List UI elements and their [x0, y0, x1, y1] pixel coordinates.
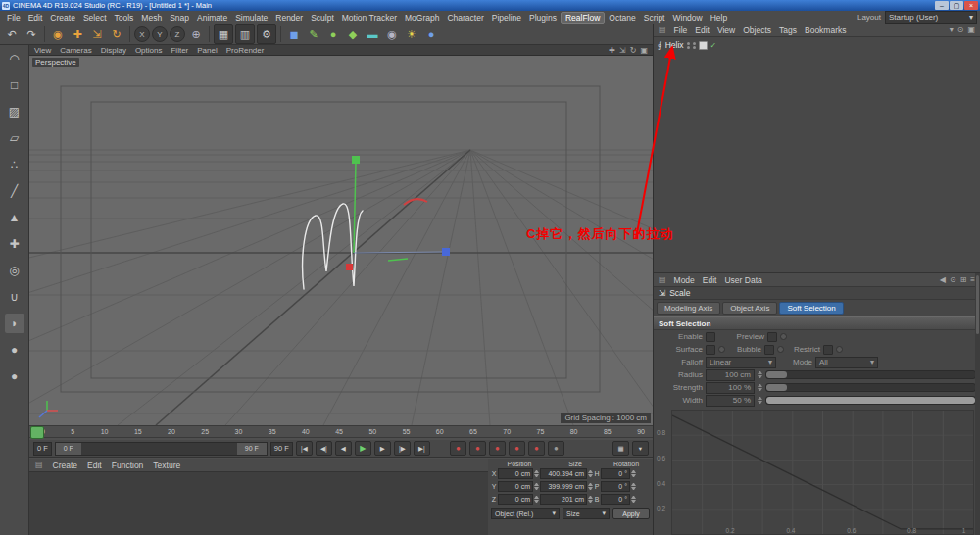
floor-button[interactable]: ▬: [364, 25, 381, 43]
close-button[interactable]: ×: [964, 1, 978, 10]
om-menu-bookmarks[interactable]: Bookmarks: [805, 25, 847, 35]
search-icon[interactable]: ⊙: [957, 25, 964, 34]
end-frame-field[interactable]: 90 F: [270, 442, 293, 456]
edges-mode-button[interactable]: ╱: [5, 181, 24, 201]
minimize-button[interactable]: –: [935, 1, 949, 10]
keyframe-selection-button[interactable]: ▦: [612, 441, 629, 456]
toggle-views-icon[interactable]: ▣: [640, 46, 648, 55]
menu-character[interactable]: Character: [443, 13, 487, 23]
position-y-field[interactable]: 0 cm: [498, 481, 533, 492]
position-z-field[interactable]: 0 cm: [498, 494, 533, 505]
object-manager-tree[interactable]: ∮ Helix ✓: [654, 37, 980, 273]
menu-window[interactable]: Window: [668, 13, 706, 23]
range-start-grip[interactable]: 0 F: [56, 443, 81, 455]
radius-slider[interactable]: [765, 370, 976, 379]
undo-button[interactable]: ↶: [3, 25, 21, 43]
make-editable-button[interactable]: ◠: [5, 49, 24, 69]
editor-visibility-dots-icon[interactable]: [687, 42, 690, 49]
width-field[interactable]: 50 %: [706, 395, 755, 407]
falloff-select[interactable]: Linear ▾: [706, 357, 776, 368]
mm-menu-create[interactable]: Create: [53, 461, 78, 470]
tab-object-axis[interactable]: Object Axis: [722, 302, 777, 315]
om-menu-edit[interactable]: Edit: [695, 25, 710, 35]
position-x-field[interactable]: 0 cm: [498, 468, 533, 479]
stepper-icon[interactable]: [631, 469, 636, 478]
mograph-button[interactable]: ◆: [344, 25, 362, 43]
menu-octane[interactable]: Octane: [605, 13, 639, 23]
bubble-checkbox[interactable]: [764, 345, 774, 355]
stepper-icon[interactable]: [631, 495, 636, 504]
enable-axis-button[interactable]: ✚: [5, 234, 24, 254]
viewport-solo-button[interactable]: ◎: [5, 261, 24, 280]
menu-script[interactable]: Script: [640, 13, 669, 23]
panel-icon[interactable]: ▤: [35, 461, 43, 469]
preview-checkbox[interactable]: [767, 332, 777, 342]
play-button[interactable]: ▶: [355, 441, 371, 456]
model-mode-button[interactable]: □: [5, 75, 24, 95]
enabled-check-icon[interactable]: ✓: [710, 41, 717, 50]
stepper-icon[interactable]: [534, 469, 539, 478]
panel-icon[interactable]: ▤: [659, 275, 666, 284]
goto-start-button[interactable]: |◀: [296, 441, 313, 456]
y-axis-handle[interactable]: [352, 156, 360, 164]
menu-snap[interactable]: Snap: [166, 13, 193, 23]
scale-tool-button[interactable]: ⇲: [88, 25, 106, 43]
soft-selection-section-header[interactable]: Soft Selection: [654, 316, 980, 330]
history-back-icon[interactable]: ◀: [940, 275, 946, 284]
width-slider[interactable]: [765, 396, 976, 405]
restrict-checkbox[interactable]: [823, 345, 833, 355]
menu-sculpt[interactable]: Sculpt: [307, 13, 338, 23]
stepper-icon[interactable]: [758, 396, 762, 406]
menu-tools[interactable]: Tools: [111, 13, 138, 23]
menu-mesh[interactable]: Mesh: [137, 13, 166, 23]
strength-slider[interactable]: [765, 383, 976, 392]
autokey-button[interactable]: ●: [469, 441, 486, 456]
plane-handle[interactable]: [388, 259, 408, 261]
rotation-p-field[interactable]: 0 °: [601, 481, 630, 492]
pan-view-icon[interactable]: ✚: [609, 46, 615, 55]
panel-icon[interactable]: ▤: [659, 25, 666, 34]
rotation-h-field[interactable]: 0 °: [601, 468, 630, 479]
am-menu-userdata[interactable]: User Data: [724, 275, 761, 285]
mm-menu-edit[interactable]: Edit: [87, 461, 102, 470]
attribute-scrollbar[interactable]: [975, 273, 980, 535]
points-mode-button[interactable]: ∴: [5, 155, 24, 174]
object-name[interactable]: Helix: [665, 40, 684, 50]
record-rotation-button[interactable]: ●: [528, 441, 545, 456]
content-browser-button[interactable]: ●: [5, 340, 24, 360]
menu-select[interactable]: Select: [79, 13, 111, 23]
om-menu-objects[interactable]: Objects: [743, 25, 771, 35]
stepper-icon[interactable]: [588, 495, 593, 504]
stepper-icon[interactable]: [534, 482, 539, 491]
render-picture-viewer-button[interactable]: ▥: [235, 24, 255, 44]
stepper-icon[interactable]: [534, 495, 539, 504]
layout-grid-icon[interactable]: ⊞: [960, 275, 967, 284]
menu-create[interactable]: Create: [46, 13, 79, 23]
vp-menu-filter[interactable]: Filter: [171, 46, 188, 55]
record-scale-button[interactable]: ●: [509, 441, 525, 456]
am-menu-mode[interactable]: Mode: [674, 275, 695, 285]
stepper-icon[interactable]: [588, 469, 593, 478]
rotate-tool-button[interactable]: ↻: [108, 25, 125, 43]
om-menu-tags[interactable]: Tags: [779, 25, 797, 35]
live-selection-button[interactable]: ◉: [49, 25, 67, 43]
menu-edit[interactable]: Edit: [24, 13, 47, 23]
sky-button[interactable]: ●: [422, 25, 440, 43]
next-key-button[interactable]: |▶: [394, 441, 411, 456]
am-menu-edit[interactable]: Edit: [703, 275, 717, 285]
object-row-helix[interactable]: ∮ Helix ✓: [658, 40, 976, 50]
light-button[interactable]: ☀: [403, 25, 420, 43]
menu-animate[interactable]: Animate: [193, 13, 231, 23]
render-settings-button[interactable]: ⚙: [257, 24, 276, 44]
enable-checkbox[interactable]: [706, 332, 715, 342]
surface-checkbox[interactable]: [706, 345, 715, 355]
prev-frame-button[interactable]: ◀: [335, 441, 352, 456]
strength-field[interactable]: 100 %: [706, 382, 755, 394]
pen-spline-button[interactable]: ✎: [305, 25, 322, 43]
vp-menu-display[interactable]: Display: [101, 46, 126, 55]
rotation-b-field[interactable]: 0 °: [601, 494, 630, 505]
menu-realflow[interactable]: RealFlow: [561, 12, 605, 24]
menu-mograph[interactable]: MoGraph: [401, 13, 443, 23]
vp-menu-panel[interactable]: Panel: [197, 46, 217, 55]
menu-render[interactable]: Render: [271, 13, 307, 23]
